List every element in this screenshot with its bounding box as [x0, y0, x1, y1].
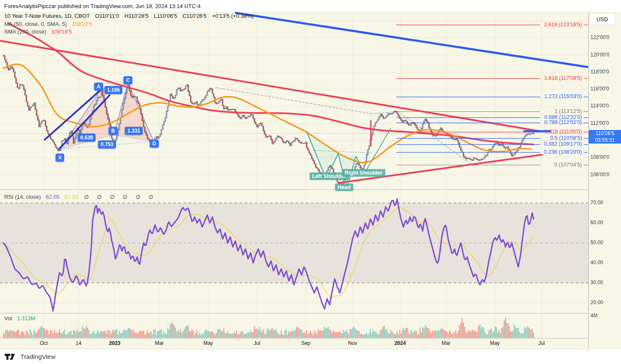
rsi-value: 62.05: [46, 194, 60, 200]
sma200-legend[interactable]: SMA (200, close) 109'18'5: [4, 28, 72, 35]
time-axis-label[interactable]: Sep: [301, 340, 310, 346]
harmonic-point-badge[interactable]: C: [124, 76, 133, 85]
time-axis-label[interactable]: May: [490, 340, 500, 346]
harmonic-point-badge[interactable]: 1.331: [125, 127, 143, 135]
price-tick: 112'00'0: [590, 120, 609, 126]
ma50-value: 108'27'5: [72, 21, 92, 27]
volume-legend[interactable]: Vol 1.313M: [4, 315, 35, 322]
currency-label: USD: [596, 16, 608, 23]
fib-level-label: 0 (107'04'5): [442, 162, 582, 168]
brand-name: TradingView: [20, 353, 56, 360]
time-axis-label[interactable]: Nov: [348, 340, 357, 346]
price-tick: 108'00'0: [590, 154, 610, 160]
time-axis-label[interactable]: 2023: [109, 340, 121, 346]
fib-level-label: 0.5 (110'08'5): [442, 135, 582, 141]
symbol-legend[interactable]: 10 Year T-Note Futures, 1D, CBOT O110'11…: [4, 13, 254, 19]
harmonic-point-badge[interactable]: 0.753: [98, 141, 116, 149]
sma200-value: 109'18'5: [51, 28, 72, 35]
current-price: 110'26'5: [589, 130, 621, 137]
rsi-tick: 40.00: [590, 260, 603, 265]
ohlc-low: L110'06'5: [154, 13, 177, 19]
rsi-tick: 50.00: [590, 240, 603, 245]
fib-level-label: 2.618 (123'16'5): [442, 22, 582, 28]
volume-bars: [3, 317, 534, 338]
rsi-tick: 70.00: [590, 200, 603, 206]
ohlc-change: +0'13'5 (+0.38%): [212, 13, 254, 19]
time-axis-label[interactable]: Mar: [155, 340, 164, 346]
pane-separators: [0, 12, 621, 349]
time-axis-label[interactable]: Jul: [538, 340, 545, 346]
harmonic-point-badge[interactable]: D: [150, 140, 159, 148]
gridlines: [0, 12, 588, 338]
volume-value: 1.313M: [17, 315, 35, 322]
time-axis-label[interactable]: 14: [76, 340, 81, 346]
harmonic-point-badge[interactable]: X: [56, 154, 64, 162]
price-tick: 122'00'0: [590, 34, 610, 40]
head-shoulders-label[interactable]: Right Shoulder: [342, 169, 385, 177]
fib-level-label: 0.618 (111'00'0): [442, 129, 582, 135]
volume-label: Vol: [4, 315, 12, 322]
rsi-empty-values: ∅ ∅ ∅ ∅ ∅ ∅: [84, 194, 157, 200]
time-axis-label[interactable]: May: [203, 340, 213, 346]
rsi-label: RSI (14, close): [4, 194, 41, 200]
time-axis-label[interactable]: Oct: [40, 340, 48, 346]
ma50-legend[interactable]: MA (50, close, 0, SMA, 5) 108'27'5: [4, 21, 92, 27]
bar-countdown: 03:55:31: [589, 137, 621, 144]
head-shoulders-label[interactable]: Head: [335, 183, 353, 191]
rsi-ma-value: 57.50: [65, 194, 79, 200]
symbol-title: 10 Year T-Note Futures, 1D, CBOT: [4, 13, 90, 19]
rsi-legend[interactable]: RSI (14, close) 62.05 57.50 ∅ ∅ ∅ ∅ ∅ ∅: [4, 194, 157, 200]
tradingview-published-chart: { "attribution": "ForexAnalytixPipczar p…: [0, 0, 621, 364]
price-tick: 114'00'0: [590, 103, 609, 109]
ohlc-high: H110'28'5: [124, 13, 149, 19]
fib-level-label: 0.382 (109'17'0): [442, 141, 582, 147]
ma50-label: MA (50, close, 0, SMA, 5): [4, 21, 67, 27]
volume-axis-tick: 4M: [590, 313, 598, 319]
harmonic-point-badge[interactable]: 0.539: [78, 134, 96, 142]
fib-level-label: 1.272 (115'03'0): [442, 93, 582, 99]
price-tick: 106'00'0: [590, 172, 610, 178]
price-tick: 118'00'0: [590, 69, 609, 75]
harmonic-point-badge[interactable]: B: [109, 127, 118, 135]
harmonic-point-badge[interactable]: A: [94, 83, 103, 91]
rsi-tick: 20.00: [590, 299, 603, 305]
rsi-tick: 30.00: [590, 279, 603, 285]
tradingview-logo-icon[interactable]: [4, 353, 17, 361]
price-tick: 116'00'0: [590, 86, 609, 92]
ohlc-close: C110'26'5: [183, 13, 207, 19]
fib-level-label: 0.786 (112'02'0): [442, 119, 582, 125]
price-tick: 120'00'0: [590, 52, 610, 58]
current-price-badge[interactable]: 110'26'5 03:55:31: [589, 130, 621, 144]
time-axis-label[interactable]: Jul: [254, 340, 260, 346]
fib-level-label: 0.236 (108'20'0): [442, 149, 582, 155]
currency-button[interactable]: USD: [590, 13, 615, 25]
harmonic-point-badge[interactable]: 1.195: [104, 86, 122, 94]
price-axis[interactable]: USD 122'00'0120'00'0118'00'0116'00'0114'…: [589, 12, 621, 349]
time-axis-label[interactable]: 2024: [395, 340, 406, 346]
rsi-tick: 60.00: [590, 220, 603, 226]
fib-level-label: 1.618 (117'08'5): [442, 75, 582, 81]
time-axis-label[interactable]: Mar: [442, 340, 451, 346]
footer-bar: TradingView: [0, 349, 621, 364]
ohlc-open: O110'11'0: [95, 13, 119, 19]
chart-canvas[interactable]: [0, 0, 621, 364]
fib-level-label: 1 (113'12'5): [442, 108, 582, 114]
sma200-label: SMA (200, close): [4, 28, 46, 35]
